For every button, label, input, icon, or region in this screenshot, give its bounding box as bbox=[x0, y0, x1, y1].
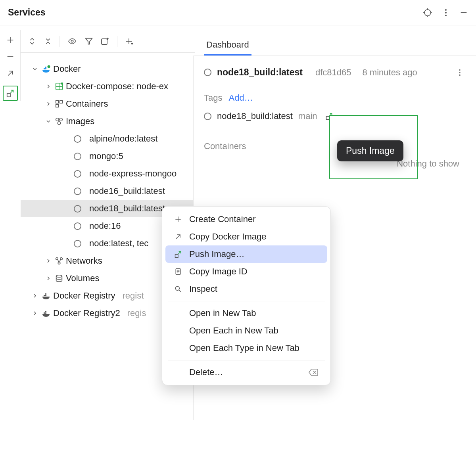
tree-image-item[interactable]: mongo:5 bbox=[21, 147, 193, 165]
plus-icon bbox=[174, 215, 184, 223]
svg-point-6 bbox=[445, 12, 447, 13]
chevron-down-icon[interactable] bbox=[32, 66, 39, 72]
chevron-down-icon[interactable] bbox=[45, 118, 52, 124]
chevron-right-icon[interactable] bbox=[45, 258, 52, 264]
svg-point-34 bbox=[56, 118, 59, 121]
tree-node-images[interactable]: Images bbox=[21, 113, 193, 130]
tag-suffix: main bbox=[298, 111, 317, 121]
docker-icon bbox=[41, 64, 51, 74]
target-icon[interactable] bbox=[423, 8, 432, 17]
menu-push-image[interactable]: Push Image… bbox=[165, 245, 327, 263]
status-circle-icon bbox=[74, 153, 81, 160]
menu-label: Create Container bbox=[189, 214, 256, 224]
svg-point-26 bbox=[48, 65, 50, 68]
header-actions bbox=[423, 8, 468, 17]
svg-rect-32 bbox=[60, 101, 62, 103]
svg-rect-23 bbox=[44, 68, 45, 69]
tree-label: Networks bbox=[66, 256, 102, 266]
tree-label: Containers bbox=[66, 99, 108, 109]
svg-rect-44 bbox=[45, 295, 46, 296]
image-name: node18_build:latest bbox=[217, 67, 303, 78]
add-tab-icon[interactable] bbox=[125, 36, 134, 46]
svg-line-56 bbox=[176, 235, 180, 239]
new-layout-icon[interactable] bbox=[100, 36, 110, 46]
tree-label: mongo:5 bbox=[89, 151, 123, 161]
tree-node-compose[interactable]: Docker-compose: node-ex bbox=[21, 78, 193, 95]
chevron-right-icon[interactable] bbox=[32, 310, 39, 316]
status-circle-icon bbox=[74, 240, 81, 247]
svg-point-36 bbox=[58, 122, 60, 124]
tree-label: node:latest, tec bbox=[89, 238, 148, 249]
compose-icon bbox=[55, 82, 63, 91]
chevron-right-icon[interactable] bbox=[32, 293, 39, 299]
svg-rect-17 bbox=[102, 39, 107, 44]
push-image-tooltip: Push Image bbox=[337, 140, 403, 161]
collapse-all-icon[interactable] bbox=[44, 37, 52, 46]
toolbar-divider bbox=[60, 36, 60, 47]
chevron-right-icon[interactable] bbox=[45, 101, 52, 107]
add-tag-link[interactable]: Add… bbox=[228, 93, 253, 103]
image-time: 8 minutes ago bbox=[363, 67, 417, 78]
push-image-icon bbox=[174, 250, 184, 258]
menu-separator bbox=[168, 301, 325, 301]
tree-image-item[interactable]: node-express-mongoo bbox=[21, 165, 193, 182]
menu-label: Inspect bbox=[189, 284, 217, 294]
tree-label: node-express-mongoo bbox=[89, 169, 177, 179]
status-circle-icon bbox=[74, 188, 81, 195]
filter-icon[interactable] bbox=[84, 37, 93, 46]
menu-copy-docker-image[interactable]: Copy Docker Image bbox=[165, 228, 327, 245]
svg-point-0 bbox=[424, 10, 431, 16]
svg-rect-33 bbox=[56, 105, 58, 107]
svg-line-40 bbox=[58, 259, 59, 262]
remove-icon[interactable] bbox=[6, 52, 15, 61]
clipboard-icon bbox=[174, 268, 184, 276]
arrow-up-right-icon[interactable] bbox=[6, 69, 15, 78]
menu-label: Open in New Tab bbox=[189, 308, 256, 318]
tree-toolbar bbox=[21, 30, 195, 53]
menu-delete[interactable]: Delete… bbox=[165, 364, 327, 381]
menu-copy-image-id[interactable]: Copy Image ID bbox=[165, 263, 327, 280]
svg-rect-43 bbox=[44, 295, 45, 296]
svg-rect-52 bbox=[326, 117, 329, 120]
menu-inspect[interactable]: Inspect bbox=[165, 280, 327, 298]
tree-image-item[interactable]: alpine/node:latest bbox=[21, 130, 193, 147]
tree-label: Docker bbox=[53, 64, 81, 74]
more-vertical-icon[interactable] bbox=[455, 68, 466, 77]
chevron-right-icon[interactable] bbox=[45, 83, 52, 90]
volumes-icon bbox=[55, 274, 63, 283]
tree-image-item[interactable]: node16_build:latest bbox=[21, 182, 193, 200]
menu-open-new-tab[interactable]: Open in New Tab bbox=[165, 305, 327, 322]
panel-title: Services bbox=[8, 7, 46, 18]
svg-point-39 bbox=[58, 262, 60, 264]
menu-separator bbox=[168, 360, 325, 360]
chevron-right-icon[interactable] bbox=[45, 275, 52, 282]
svg-point-5 bbox=[445, 9, 447, 11]
tab-dashboard[interactable]: Dashboard bbox=[204, 36, 251, 56]
status-circle-icon bbox=[74, 222, 81, 230]
eye-icon[interactable] bbox=[67, 37, 77, 46]
tree-label: Docker-compose: node-ex bbox=[66, 81, 168, 92]
left-rail bbox=[0, 30, 21, 101]
menu-create-container[interactable]: Create Container bbox=[165, 211, 327, 228]
svg-line-64 bbox=[179, 290, 181, 292]
tree-node-containers[interactable]: Containers bbox=[21, 95, 193, 113]
svg-rect-46 bbox=[44, 312, 45, 314]
menu-open-each-new-tab[interactable]: Open Each in New Tab bbox=[165, 322, 327, 339]
svg-rect-31 bbox=[56, 101, 58, 103]
tab-bar: Dashboard bbox=[194, 30, 476, 56]
more-vertical-icon[interactable] bbox=[441, 8, 451, 17]
push-image-rail-button[interactable] bbox=[3, 86, 18, 101]
svg-line-14 bbox=[10, 90, 13, 93]
svg-rect-25 bbox=[45, 67, 46, 68]
status-circle-icon bbox=[204, 69, 211, 76]
add-icon[interactable] bbox=[6, 36, 15, 44]
toolbar-divider bbox=[117, 36, 117, 47]
minimize-icon[interactable] bbox=[459, 8, 468, 17]
tree-node-docker[interactable]: Docker bbox=[21, 60, 193, 78]
tree-label: node16_build:latest bbox=[89, 186, 165, 196]
menu-open-each-type-new-tab[interactable]: Open Each Type in New Tab bbox=[165, 339, 327, 357]
containers-icon bbox=[55, 100, 63, 108]
menu-label: Open Each Type in New Tab bbox=[189, 343, 299, 353]
svg-point-35 bbox=[60, 118, 62, 121]
expand-collapse-icon[interactable] bbox=[28, 37, 36, 46]
